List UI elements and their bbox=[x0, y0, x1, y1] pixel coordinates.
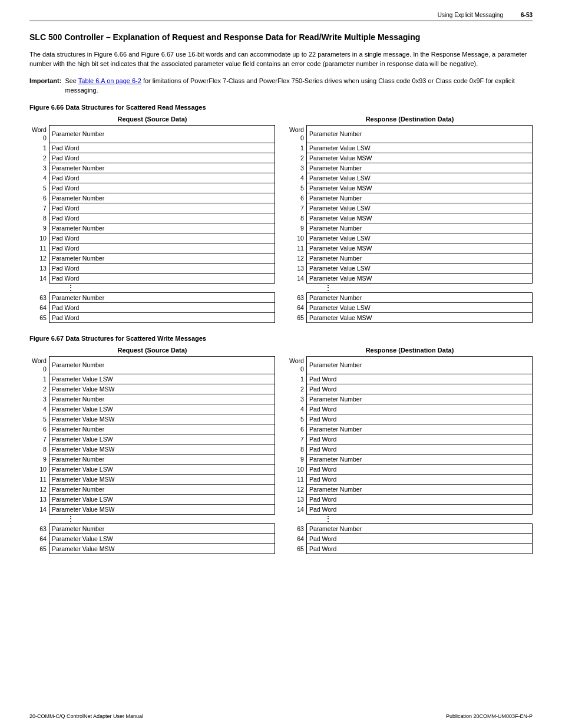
header-section-label: Using Explicit Messaging bbox=[438, 12, 503, 18]
important-block: Important: See Table 6.A on page 6-2 for… bbox=[29, 76, 533, 95]
table-row: 13Pad Word bbox=[29, 263, 275, 273]
table-row: ⋮ bbox=[29, 283, 275, 292]
row-num-cell: 2 bbox=[29, 384, 49, 394]
row-num-cell bbox=[29, 514, 49, 523]
footer-left: 20-COMM-C/Q ControlNet Adapter User Manu… bbox=[29, 713, 143, 719]
row-value-cell: Parameter Value MSW bbox=[306, 183, 532, 193]
row-value-cell: Parameter Value LSW bbox=[49, 434, 275, 444]
table-row: 7Parameter Value LSW bbox=[287, 203, 533, 213]
row-num-cell: 6 bbox=[287, 424, 306, 434]
table-row: 63Parameter Number bbox=[287, 523, 533, 533]
row-num-cell: 11 bbox=[287, 243, 306, 253]
row-num-cell: 2 bbox=[29, 153, 49, 163]
important-text: See Table 6.A on page 6-2 for limitation… bbox=[65, 76, 533, 95]
row-num-cell: Word 0 bbox=[29, 356, 49, 374]
table-row: 10Pad Word bbox=[29, 233, 275, 243]
table-row: 9Parameter Number bbox=[287, 223, 533, 233]
row-num-cell: 7 bbox=[29, 203, 49, 213]
row-num-cell: 3 bbox=[29, 163, 49, 173]
row-num-cell: 14 bbox=[29, 273, 49, 283]
table-row: 14Parameter Value MSW bbox=[287, 273, 533, 283]
row-value-cell: Parameter Number bbox=[49, 484, 275, 494]
table-row: 63Parameter Number bbox=[29, 292, 275, 302]
table-row: 9Parameter Number bbox=[29, 454, 275, 464]
row-num-cell: 1 bbox=[29, 374, 49, 384]
row-num-cell: 64 bbox=[29, 533, 49, 543]
row-value-cell: Parameter Number bbox=[306, 523, 532, 533]
table-row: 1Pad Word bbox=[287, 374, 533, 384]
row-value-cell: Parameter Number bbox=[306, 163, 532, 173]
row-num-cell: 5 bbox=[287, 414, 306, 424]
row-num-cell: 63 bbox=[287, 292, 306, 302]
row-value-cell: Parameter Number bbox=[49, 394, 275, 404]
table-row: 8Pad Word bbox=[29, 213, 275, 223]
row-num-cell: 8 bbox=[29, 444, 49, 454]
table-row: 12Parameter Number bbox=[287, 253, 533, 263]
table-6a-link[interactable]: Table 6.A on page 6-2 bbox=[78, 77, 141, 84]
row-value-cell: Pad Word bbox=[49, 243, 275, 253]
row-value-cell: Pad Word bbox=[49, 203, 275, 213]
row-num-cell: 9 bbox=[29, 454, 49, 464]
row-value-cell: Parameter Number bbox=[306, 424, 532, 434]
page: Using Explicit Messaging 6-53 SLC 500 Co… bbox=[0, 0, 562, 728]
row-value-cell: Parameter Value MSW bbox=[49, 504, 275, 514]
row-num-cell: Word 0 bbox=[287, 125, 306, 143]
table-row: 3Parameter Number bbox=[29, 163, 275, 173]
row-num-cell: 4 bbox=[29, 404, 49, 414]
row-num-cell: 65 bbox=[29, 312, 49, 322]
row-value-cell: Parameter Number bbox=[306, 223, 532, 233]
row-value-cell: Pad Word bbox=[306, 434, 532, 444]
row-value-cell: Parameter Value MSW bbox=[49, 384, 275, 394]
table-row: ⋮ bbox=[287, 514, 533, 523]
figure66-request-section: Request (Source Data) Word 0Parameter Nu… bbox=[29, 116, 275, 323]
row-value-cell: Parameter Value LSW bbox=[306, 143, 532, 153]
row-num-cell: 4 bbox=[287, 173, 306, 183]
row-value-cell: ⋮ bbox=[49, 514, 275, 523]
row-value-cell: Parameter Value LSW bbox=[306, 302, 532, 312]
row-num-cell: 7 bbox=[287, 203, 306, 213]
row-value-cell: Parameter Value MSW bbox=[49, 543, 275, 554]
row-num-cell: 12 bbox=[29, 484, 49, 494]
table-row: ⋮ bbox=[29, 514, 275, 523]
body-paragraph: The data structures in Figure 6.66 and F… bbox=[29, 50, 533, 69]
row-num-cell: 1 bbox=[287, 143, 306, 153]
row-value-cell: Parameter Value LSW bbox=[306, 173, 532, 183]
row-value-cell: Pad Word bbox=[49, 312, 275, 322]
row-value-cell: Parameter Value LSW bbox=[49, 533, 275, 543]
row-num-cell: 10 bbox=[287, 464, 306, 474]
row-value-cell: Parameter Number bbox=[49, 356, 275, 374]
row-value-cell: Pad Word bbox=[49, 183, 275, 193]
row-num-cell: 12 bbox=[287, 253, 306, 263]
table-row: 3Parameter Number bbox=[29, 394, 275, 404]
row-num-cell: 63 bbox=[29, 523, 49, 533]
table-row: 13Parameter Value LSW bbox=[287, 263, 533, 273]
figure66-response-section: Response (Destination Data) Word 0Parame… bbox=[287, 116, 533, 323]
row-value-cell: Parameter Value LSW bbox=[49, 464, 275, 474]
row-num-cell: 64 bbox=[29, 302, 49, 312]
section-title: SLC 500 Controller – Explanation of Requ… bbox=[29, 32, 533, 44]
row-value-cell: Pad Word bbox=[306, 494, 532, 504]
row-num-cell: 6 bbox=[287, 193, 306, 203]
table-row: 8Pad Word bbox=[287, 444, 533, 454]
table-row: 1Pad Word bbox=[29, 143, 275, 153]
row-num-cell bbox=[287, 283, 306, 292]
table-row: 1Parameter Value LSW bbox=[287, 143, 533, 153]
row-value-cell: Parameter Value MSW bbox=[49, 444, 275, 454]
row-value-cell: Pad Word bbox=[49, 173, 275, 183]
row-num-cell: 14 bbox=[287, 504, 306, 514]
row-value-cell: Pad Word bbox=[306, 543, 532, 554]
row-num-cell: 3 bbox=[287, 163, 306, 173]
table-row: 4Pad Word bbox=[287, 404, 533, 414]
row-value-cell: Parameter Value MSW bbox=[306, 312, 532, 322]
row-num-cell: 65 bbox=[287, 543, 306, 554]
row-num-cell bbox=[287, 514, 306, 523]
table-row: 6Parameter Number bbox=[287, 193, 533, 203]
row-num-cell: 10 bbox=[287, 233, 306, 243]
figure66-response-table: Word 0Parameter Number1Parameter Value L… bbox=[287, 125, 533, 323]
table-row: 9Parameter Number bbox=[287, 454, 533, 464]
table-row: 14Parameter Value MSW bbox=[29, 504, 275, 514]
row-num-cell: 65 bbox=[287, 312, 306, 322]
row-value-cell: Parameter Value LSW bbox=[49, 494, 275, 504]
row-num-cell: 5 bbox=[287, 183, 306, 193]
row-num-cell: 14 bbox=[29, 504, 49, 514]
